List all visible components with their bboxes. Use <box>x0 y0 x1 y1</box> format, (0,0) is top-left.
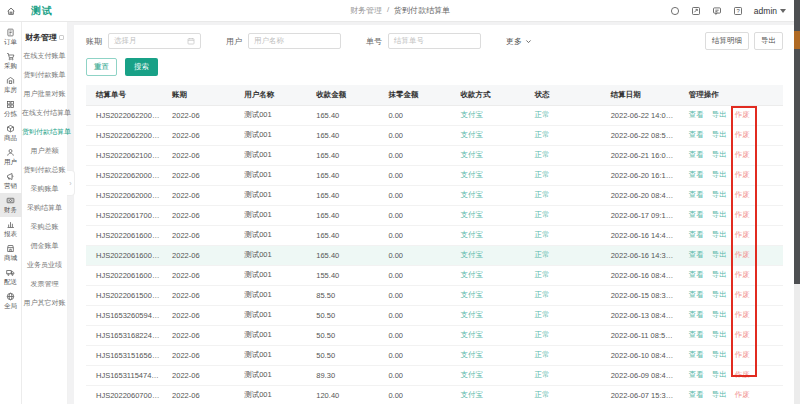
export-link[interactable]: 导出 <box>712 370 727 379</box>
home-icon[interactable] <box>0 6 22 16</box>
workbench-icon[interactable] <box>691 6 701 16</box>
export-link[interactable]: 导出 <box>712 210 727 219</box>
submenu-item-10[interactable]: 佣金账单 <box>22 236 67 255</box>
void-link[interactable]: 作废 <box>735 210 750 219</box>
export-link[interactable]: 导出 <box>712 250 727 259</box>
void-link[interactable]: 作废 <box>735 350 750 359</box>
void-link[interactable]: 作废 <box>735 250 750 259</box>
rail-item-order[interactable]: 订单 <box>0 25 22 49</box>
export-link[interactable]: 导出 <box>712 130 727 139</box>
user-input[interactable]: 用户名称 <box>248 33 341 49</box>
submenu-item-11[interactable]: 业务员业绩 <box>22 255 67 274</box>
topbar: 测试 财务管理 / 货到付款结算单 ? admin <box>0 0 800 22</box>
export-link[interactable]: 导出 <box>712 310 727 319</box>
view-link[interactable]: 查看 <box>689 170 704 179</box>
number-input[interactable]: 结算单号 <box>388 33 481 49</box>
rail-item-purchase[interactable]: 采购 <box>0 49 22 73</box>
more-filters-toggle[interactable]: 更多 <box>506 36 532 47</box>
rail-item-marketing[interactable]: 营销 <box>0 169 22 193</box>
view-link[interactable]: 查看 <box>689 350 704 359</box>
app-layout: 订单采购库房分拣商品用户营销财务报表商城配送全局 财务管理 在线支付账单货到付款… <box>0 22 800 404</box>
export-link[interactable]: 导出 <box>712 390 727 399</box>
period-input[interactable]: 选择月 <box>108 33 201 49</box>
submenu-item-13[interactable]: 用户其它对账 <box>22 293 67 312</box>
settlement-table: 结算单号账期用户名称收款金额抹零金额收款方式状态结算日期管理操作 HJS2022… <box>86 85 783 404</box>
export-all-button[interactable]: 导出 <box>754 32 783 50</box>
export-link[interactable]: 导出 <box>712 290 727 299</box>
reset-button[interactable]: 重置 <box>86 58 117 76</box>
submenu-item-12[interactable]: 发票管理 <box>22 274 67 293</box>
settle-detail-button[interactable]: 结算明细 <box>705 32 749 50</box>
void-link[interactable]: 作废 <box>735 390 750 399</box>
rail-item-mall[interactable]: 商城 <box>0 241 22 265</box>
finance-icon <box>6 196 15 206</box>
submenu-item-2[interactable]: 用户批量对账 <box>22 84 67 103</box>
void-link[interactable]: 作废 <box>735 270 750 279</box>
rail-item-warehouse[interactable]: 库房 <box>0 73 22 97</box>
breadcrumb-parent[interactable]: 财务管理 <box>350 5 382 16</box>
sidebar-collapse-handle[interactable]: › <box>67 170 75 196</box>
rail-item-global[interactable]: 全局 <box>0 289 22 313</box>
rail-item-goods[interactable]: 商品 <box>0 121 22 145</box>
refresh-icon[interactable] <box>670 6 680 16</box>
rail-item-sorting[interactable]: 分拣 <box>0 97 22 121</box>
view-link[interactable]: 查看 <box>689 310 704 319</box>
void-link[interactable]: 作废 <box>735 310 750 319</box>
view-link[interactable]: 查看 <box>689 130 704 139</box>
help-icon[interactable]: ? <box>733 6 743 16</box>
search-button[interactable]: 搜索 <box>125 58 158 76</box>
submenu-item-3[interactable]: 在线支付结算单 <box>22 103 67 122</box>
submenu-item-1[interactable]: 货到付款账单 <box>22 65 67 84</box>
view-link[interactable]: 查看 <box>689 150 704 159</box>
user-menu[interactable]: admin <box>754 6 786 16</box>
export-link[interactable]: 导出 <box>712 270 727 279</box>
submenu-item-5[interactable]: 用户差额 <box>22 141 67 160</box>
view-link[interactable]: 查看 <box>689 110 704 119</box>
view-link[interactable]: 查看 <box>689 290 704 299</box>
void-link[interactable]: 作废 <box>735 150 750 159</box>
void-link[interactable]: 作废 <box>735 290 750 299</box>
submenu-item-7[interactable]: 采购账单 <box>22 179 67 198</box>
void-link[interactable]: 作废 <box>735 190 750 199</box>
view-link[interactable]: 查看 <box>689 270 704 279</box>
view-link[interactable]: 查看 <box>689 390 704 399</box>
amount-cell: 165.40 <box>306 225 378 245</box>
void-link[interactable]: 作废 <box>735 370 750 379</box>
rail-item-delivery[interactable]: 配送 <box>0 265 22 289</box>
message-icon[interactable] <box>712 6 722 16</box>
submenu-item-4[interactable]: 货到付款结算单 <box>22 122 67 141</box>
void-link[interactable]: 作废 <box>735 330 750 339</box>
submenu-item-0[interactable]: 在线支付账单 <box>22 46 67 65</box>
view-link[interactable]: 查看 <box>689 330 704 339</box>
submenu-item-6[interactable]: 货到付款总账 <box>22 160 67 179</box>
void-link[interactable]: 作废 <box>735 130 750 139</box>
view-link[interactable]: 查看 <box>689 190 704 199</box>
view-link[interactable]: 查看 <box>689 230 704 239</box>
view-link[interactable]: 查看 <box>689 250 704 259</box>
void-link[interactable]: 作废 <box>735 170 750 179</box>
settlement-id: HJS202206150001 <box>86 285 162 305</box>
export-link[interactable]: 导出 <box>712 170 727 179</box>
app-logo[interactable]: 测试 <box>31 4 53 18</box>
period-cell: 2022-06 <box>162 185 234 205</box>
export-link[interactable]: 导出 <box>712 330 727 339</box>
export-link[interactable]: 导出 <box>712 190 727 199</box>
user-placeholder: 用户名称 <box>254 36 284 46</box>
rail-item-finance[interactable]: 财务 <box>0 193 22 217</box>
calendar-icon <box>187 37 195 45</box>
user-cell: 测试001 <box>234 245 306 265</box>
void-link[interactable]: 作废 <box>735 110 750 119</box>
void-link[interactable]: 作废 <box>735 230 750 239</box>
submenu-item-8[interactable]: 采购结算单 <box>22 198 67 217</box>
export-link[interactable]: 导出 <box>712 110 727 119</box>
export-link[interactable]: 导出 <box>712 150 727 159</box>
view-link[interactable]: 查看 <box>689 210 704 219</box>
rail-item-user[interactable]: 用户 <box>0 145 22 169</box>
export-link[interactable]: 导出 <box>712 230 727 239</box>
rail-item-report[interactable]: 报表 <box>0 217 22 241</box>
page-scrollbar[interactable] <box>794 0 800 404</box>
view-link[interactable]: 查看 <box>689 370 704 379</box>
pin-icon[interactable] <box>59 35 64 40</box>
submenu-item-9[interactable]: 采购总账 <box>22 217 67 236</box>
export-link[interactable]: 导出 <box>712 350 727 359</box>
